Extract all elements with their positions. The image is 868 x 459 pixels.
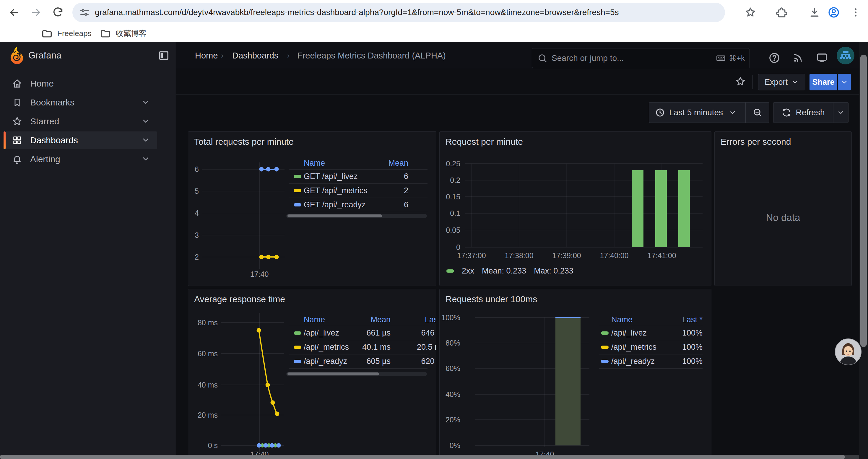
series-color-pill-blue	[294, 203, 301, 206]
sidebar-item-dashboards[interactable]: Dashboards	[4, 131, 157, 149]
refresh-button[interactable]: Refresh	[773, 102, 833, 123]
legend-name-header[interactable]: Name	[611, 314, 632, 326]
legend-header-row: Name Last *	[599, 314, 703, 326]
address-bar[interactable]	[72, 3, 725, 22]
legend-header-row: Name Mean Last *	[289, 314, 428, 326]
legend-series-name[interactable]: /api/_readyz	[611, 355, 655, 368]
browser-toolbar	[0, 0, 868, 25]
breadcrumb-home[interactable]: Home	[195, 42, 218, 69]
legend-mean-header[interactable]: Mean	[364, 157, 408, 169]
legend-last-header[interactable]: Last *	[395, 314, 436, 326]
legend-series-name[interactable]: GET /api/_readyz	[304, 198, 366, 212]
legend-series-name[interactable]: /api/_readyz	[304, 355, 347, 368]
user-avatar[interactable]	[837, 47, 855, 66]
series-color-pill-yellow	[294, 346, 301, 349]
legend-scrollbar-thumb[interactable]	[287, 372, 379, 375]
legend-series-name[interactable]: /api/_metrics	[611, 340, 656, 354]
legend-series-name[interactable]: 2xx	[462, 266, 474, 275]
time-range-picker[interactable]: Last 5 minutes	[649, 102, 746, 123]
browser-menu-button[interactable]	[848, 5, 863, 20]
panel-title[interactable]: Errors per second	[720, 137, 791, 147]
bar-chart[interactable]	[473, 314, 592, 453]
site-settings-icon[interactable]	[79, 7, 90, 18]
forward-arrow-icon	[30, 6, 42, 18]
legend-row[interactable]: /api/_livez 661 µs 646 µs	[289, 326, 428, 340]
dashboards-grid-icon	[12, 135, 22, 145]
extensions-button[interactable]	[774, 5, 788, 20]
bookmark-folder-blogs[interactable]: 收藏博客	[100, 25, 147, 42]
favorite-dashboard-button[interactable]	[735, 76, 746, 88]
timeseries-chart[interactable]	[200, 155, 286, 273]
bookmark-folder-freeleaps[interactable]: Freeleaps	[41, 25, 92, 42]
timeseries-chart[interactable]	[219, 307, 286, 458]
y-axis-tick: 0.25	[442, 160, 460, 168]
legend-row[interactable]: GET /api/_readyz 6	[289, 198, 428, 212]
browser-profile-button[interactable]	[827, 5, 841, 20]
series-percentage-bar	[555, 318, 581, 446]
sidebar-item-bookmarks[interactable]: Bookmarks	[4, 94, 157, 111]
legend-row[interactable]: /api/_readyz 100%	[599, 355, 703, 369]
downloads-button[interactable]	[807, 5, 822, 20]
legend-series-name[interactable]: GET /api/_metrics	[304, 184, 368, 198]
series-color-pill-yellow	[601, 346, 609, 349]
browser-back-button[interactable]	[7, 5, 21, 20]
legend-mean-header[interactable]: Mean	[346, 314, 391, 326]
legend-row[interactable]: /api/_livez 100%	[599, 326, 703, 340]
legend-last-value: 646 µs	[395, 326, 436, 340]
legend-series-name[interactable]: /api/_livez	[304, 326, 339, 340]
page-vertical-scrollbar-thumb[interactable]	[860, 55, 867, 347]
share-menu-button[interactable]	[838, 74, 851, 90]
legend-row[interactable]: GET /api/_metrics 2	[289, 184, 428, 198]
series-api-metrics	[257, 328, 279, 416]
legend-scrollbar[interactable]	[286, 214, 427, 218]
legend-row[interactable]: GET /api/_livez 6	[289, 169, 428, 184]
page-horizontal-scrollbar-thumb[interactable]	[0, 455, 845, 459]
panel-title[interactable]: Request per minute	[445, 137, 523, 147]
bell-icon	[12, 154, 22, 164]
legend-scrollbar-thumb[interactable]	[287, 215, 382, 218]
y-axis-tick: 40 ms	[192, 381, 218, 389]
panel-title[interactable]: Average response time	[194, 294, 285, 304]
news-button[interactable]	[789, 49, 807, 67]
grafana-brand[interactable]: Grafana	[28, 42, 61, 69]
breadcrumb-separator: ›	[287, 42, 290, 69]
url-input[interactable]	[94, 7, 695, 18]
search-box[interactable]: Search or jump to... ⌘+k	[532, 48, 750, 68]
legend-series-name[interactable]: /api/_livez	[611, 326, 647, 340]
grafana-logo[interactable]	[8, 47, 25, 66]
panel-title[interactable]: Requests under 100ms	[445, 294, 537, 304]
keyboard-icon	[716, 53, 726, 63]
share-button[interactable]: Share	[809, 74, 837, 90]
floating-assistant-avatar[interactable]	[835, 338, 862, 366]
export-button[interactable]: Export	[758, 74, 805, 90]
bookmark-page-button[interactable]	[743, 5, 757, 20]
legend-last-header[interactable]: Last *	[655, 314, 703, 326]
display-button[interactable]	[813, 49, 831, 67]
y-axis-tick: 20%	[441, 416, 460, 424]
sidebar-item-alerting[interactable]: Alerting	[4, 150, 157, 168]
bookmark-label: Freeleaps	[57, 29, 92, 38]
mega-menu-dock-button[interactable]	[158, 50, 169, 63]
legend-row[interactable]: /api/_metrics 40.1 ms 20.5 ms	[289, 340, 428, 355]
legend-row[interactable]: /api/_metrics 100%	[599, 340, 703, 355]
legend-row[interactable]: /api/_readyz 605 µs 620 µs	[289, 355, 428, 369]
legend-series-name[interactable]: /api/_metrics	[304, 340, 349, 354]
legend-scrollbar[interactable]	[286, 372, 427, 376]
browser-reload-button[interactable]	[51, 5, 65, 20]
bar-chart[interactable]	[463, 160, 704, 257]
legend-series-name[interactable]: GET /api/_livez	[304, 169, 358, 184]
chevron-down-icon	[729, 109, 737, 117]
breadcrumb-dashboards[interactable]: Dashboards	[232, 42, 278, 69]
panel-title[interactable]: Total requests per minute	[194, 137, 294, 147]
sidebar-item-home[interactable]: Home	[4, 75, 157, 93]
legend-name-header[interactable]: Name	[304, 157, 325, 169]
help-circle-icon	[768, 52, 780, 64]
legend-name-header[interactable]: Name	[304, 314, 325, 326]
dashboard-toolbar-divider	[176, 94, 868, 95]
sidebar-item-starred[interactable]: Starred	[4, 112, 157, 130]
zoom-out-time-button[interactable]	[746, 102, 769, 123]
browser-forward-button[interactable]	[29, 5, 43, 20]
help-button[interactable]	[766, 49, 783, 67]
refresh-interval-button[interactable]	[833, 102, 848, 123]
y-axis-tick: 0.2	[442, 176, 460, 184]
